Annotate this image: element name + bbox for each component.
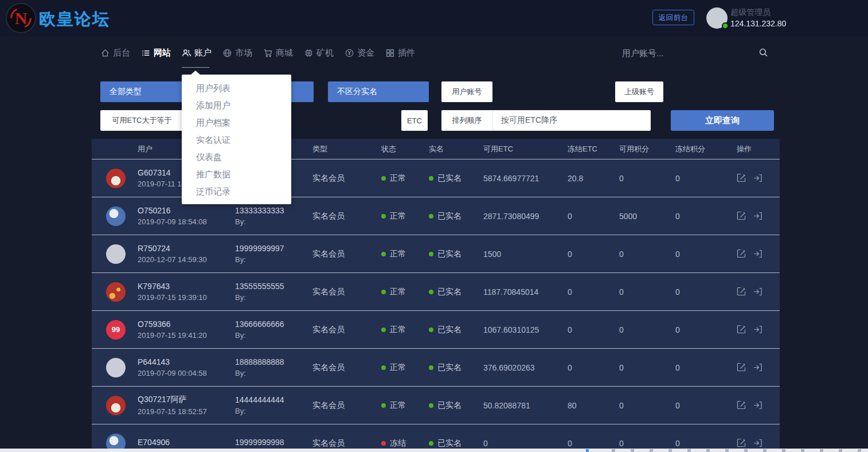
status-dot — [381, 176, 386, 181]
realname-text: 已实名 — [437, 287, 462, 297]
member-type: 实名会员 — [312, 211, 381, 221]
user-account-label: 用户账号 — [441, 81, 492, 102]
user-avatar[interactable] — [106, 396, 126, 415]
realname-text: 已实名 — [437, 173, 462, 184]
nav-item-market[interactable]: 市场 — [222, 37, 252, 69]
back-to-front-button[interactable]: 返回前台 — [652, 10, 694, 25]
frozen-etc: 20.8 — [568, 174, 619, 183]
frozen-etc: 0 — [568, 287, 619, 297]
user-avatar[interactable] — [106, 169, 126, 188]
realname-dot — [429, 441, 433, 446]
edit-icon[interactable] — [737, 287, 746, 297]
available-points: 0 — [619, 363, 675, 372]
user-avatar[interactable] — [106, 358, 126, 377]
username: O750216 — [138, 206, 235, 215]
phone: 19999999997 — [235, 244, 312, 253]
dropdown-item-promo-data[interactable]: 推广数据 — [182, 166, 291, 183]
login-icon[interactable] — [753, 438, 763, 448]
user-avatar[interactable]: 99 — [106, 320, 126, 340]
nav-search — [622, 45, 768, 62]
realname-dot — [429, 403, 433, 408]
nav-item-label: 商城 — [276, 48, 293, 59]
nav-menu: 后台网站账户市场商城矿机资金插件 — [100, 37, 415, 69]
status-text: 正常 — [390, 249, 406, 259]
user-avatar[interactable] — [106, 244, 126, 264]
account-dropdown: 用户列表添加用户用户档案实名认证仪表盘推广数据泛币记录 — [182, 75, 291, 204]
login-icon[interactable] — [753, 325, 763, 334]
realname-text: 已实名 — [437, 438, 462, 449]
user-avatar[interactable] — [106, 282, 126, 302]
table-row: Q307217阿萨2019-07-15 18:52:5714444444444B… — [92, 387, 780, 424]
grid-icon — [385, 48, 395, 58]
available-etc: 5874.66977721 — [483, 174, 568, 183]
edit-icon[interactable] — [737, 363, 746, 372]
nav-item-plugins[interactable]: 插件 — [385, 37, 415, 69]
edit-icon[interactable] — [737, 400, 746, 410]
frozen-points: 0 — [675, 250, 737, 259]
query-button[interactable]: 立即查询 — [671, 110, 774, 131]
nav-item-mall[interactable]: 商城 — [263, 37, 293, 69]
status-text: 正常 — [390, 287, 406, 297]
realname-dot — [429, 328, 433, 332]
available-points: 0 — [619, 439, 675, 448]
phone: 19999999998 — [235, 438, 312, 447]
frozen-points: 0 — [675, 439, 737, 448]
login-icon[interactable] — [753, 211, 763, 221]
available-etc: 0 — [483, 439, 568, 448]
username: E704906 — [138, 438, 235, 447]
available-points: 0 — [619, 174, 675, 183]
member-type: 实名会员 — [312, 438, 381, 449]
sort-select[interactable]: 按可用ETC降序 — [493, 110, 651, 131]
available-points: 0 — [619, 250, 675, 259]
admin-role: 超级管理员 — [730, 7, 771, 18]
brand-logo-icon: N — [5, 2, 37, 34]
frozen-points: 0 — [675, 325, 737, 334]
login-icon[interactable] — [753, 249, 763, 259]
login-icon[interactable] — [753, 363, 763, 372]
status-text: 正常 — [390, 173, 406, 184]
login-icon[interactable] — [753, 400, 763, 410]
login-icon[interactable] — [753, 173, 763, 183]
frozen-etc: 80 — [568, 401, 619, 410]
nav-item-site[interactable]: 网站 — [141, 37, 171, 69]
edit-icon[interactable] — [737, 438, 746, 448]
dropdown-item-add-user[interactable]: 添加用户 — [182, 97, 291, 114]
username: R750724 — [138, 244, 235, 253]
edit-icon[interactable] — [737, 211, 746, 221]
realname-select[interactable]: 不区分实名 — [328, 81, 429, 102]
available-etc: 1187.70845014 — [483, 287, 568, 297]
login-icon[interactable] — [753, 287, 763, 297]
referrer: By: — [235, 217, 312, 226]
nav-item-account[interactable]: 账户 — [182, 37, 212, 69]
search-icon[interactable] — [758, 48, 768, 57]
dropdown-item-realname-verify[interactable]: 实名认证 — [182, 131, 291, 149]
nav-search-input[interactable] — [622, 45, 751, 61]
taskbar-strip — [0, 449, 868, 452]
edit-icon[interactable] — [737, 173, 746, 183]
member-type: 实名会员 — [312, 287, 381, 297]
status-text: 正常 — [390, 400, 406, 411]
frozen-points: 0 — [675, 212, 737, 221]
frozen-etc: 0 — [568, 363, 619, 372]
nav-item-funds[interactable]: 资金 — [345, 37, 374, 69]
etc-gte-label: 可用ETC大于等于 — [100, 110, 183, 131]
realname-text: 已实名 — [437, 249, 462, 259]
register-date: 2019-07-15 18:52:57 — [138, 407, 235, 416]
admin-avatar[interactable] — [706, 7, 728, 29]
status-dot — [381, 252, 386, 256]
edit-icon[interactable] — [737, 249, 746, 259]
edit-icon[interactable] — [737, 325, 746, 334]
nav-item-label: 网站 — [154, 48, 171, 59]
nav-item-miner[interactable]: 矿机 — [304, 37, 334, 69]
dropdown-item-user-list[interactable]: 用户列表 — [182, 80, 291, 97]
nav-item-admin[interactable]: 后台 — [100, 37, 130, 69]
etc-suffix-label: ETC — [401, 110, 428, 131]
dropdown-item-dashboard[interactable]: 仪表盘 — [182, 149, 291, 166]
admin-ip: 124.131.232.80 — [730, 19, 786, 28]
user-avatar[interactable] — [106, 206, 126, 226]
available-points: 5000 — [619, 212, 675, 221]
phone: 18888888888 — [235, 357, 312, 367]
dropdown-item-fanbi-records[interactable]: 泛币记录 — [182, 183, 291, 200]
dropdown-item-user-archive[interactable]: 用户档案 — [182, 114, 291, 131]
table-row: P6441432019-07-09 00:04:5818888888888By:… — [92, 349, 780, 387]
